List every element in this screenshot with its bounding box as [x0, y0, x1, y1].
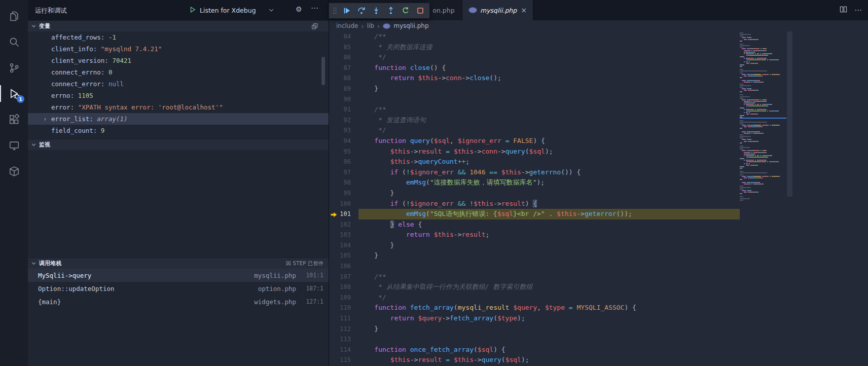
line-number-89[interactable]: 89	[329, 84, 358, 94]
more-actions-icon[interactable]: ⋯	[311, 4, 318, 13]
debug-toolbar	[329, 3, 430, 19]
code-line-106[interactable]: 106	[329, 261, 868, 272]
line-number-98[interactable]: 98	[329, 177, 358, 188]
line-number-85[interactable]: 85	[329, 42, 358, 53]
line-number-101[interactable]: 101	[329, 209, 358, 219]
twisty-spacer	[43, 43, 51, 55]
breadcrumb-include[interactable]: include	[336, 22, 358, 29]
line-number-108[interactable]: 108	[329, 282, 358, 292]
line-number-106[interactable]: 106	[329, 261, 358, 272]
line-number-88[interactable]: 88	[329, 73, 358, 84]
line-number-97[interactable]: 97	[329, 167, 358, 178]
variable-row-connect_error[interactable]: connect_error: null	[28, 78, 329, 90]
drag-handle-icon[interactable]	[332, 7, 338, 15]
step-out-button[interactable]	[384, 5, 397, 17]
line-number-102[interactable]: 102	[329, 219, 358, 230]
line-number-90[interactable]: 90	[329, 94, 358, 105]
activity-remote-explorer-icon[interactable]	[0, 132, 28, 158]
watch-section-header[interactable]: 监视	[28, 139, 329, 150]
activity-search-icon[interactable]	[0, 29, 28, 55]
line-number-113[interactable]: 113	[329, 334, 358, 345]
start-debugging-icon[interactable]	[189, 6, 196, 15]
activity-containers-icon[interactable]	[0, 158, 28, 184]
activity-explorer-icon[interactable]	[0, 3, 28, 29]
line-number-109[interactable]: 109	[329, 292, 358, 303]
variable-row-connect_errno[interactable]: connect_errno: 0	[28, 66, 329, 78]
line-number-110[interactable]: 110	[329, 303, 358, 313]
token-op: =	[446, 148, 450, 155]
debug-config-dropdown[interactable]: Listen for Xdebug	[189, 5, 274, 16]
split-editor-icon[interactable]	[840, 6, 847, 15]
gear-icon[interactable]: ⚙	[296, 5, 302, 13]
code-line-112[interactable]: 112 }	[329, 324, 868, 335]
code-editor[interactable]: 84 /**85 * 关闭数据库连接86 */87 function close…	[329, 31, 868, 366]
line-number-93[interactable]: 93	[329, 125, 358, 136]
line-number-99[interactable]: 99	[329, 188, 358, 199]
variables-section-header[interactable]: 变量	[28, 20, 329, 31]
line-number-87[interactable]: 87	[329, 63, 358, 74]
step-into-button[interactable]	[370, 5, 383, 17]
stop-button[interactable]	[414, 5, 427, 17]
variable-row-errno[interactable]: errno: 1105	[28, 90, 329, 101]
code-line-101[interactable]: 101 emMsg("SQL语句执行错误: {$sql}<br />" . $t…	[329, 209, 868, 219]
line-number-114[interactable]: 114	[329, 345, 358, 355]
line-number-107[interactable]: 107	[329, 272, 358, 282]
code-line-109[interactable]: 109 */	[329, 292, 868, 303]
line-number-103[interactable]: 103	[329, 230, 358, 240]
variable-row-affected_rows[interactable]: affected_rows: -1	[28, 31, 329, 43]
code-line-100[interactable]: 100 if (!$ignore_err && !$this->result) …	[329, 199, 868, 209]
code-line-114[interactable]: 114 function once_fetch_array($sql) {	[329, 345, 868, 355]
line-number-105[interactable]: 105	[329, 250, 358, 261]
minimap[interactable]	[740, 32, 786, 201]
collapse-all-icon[interactable]	[311, 23, 318, 31]
minimap-segment	[757, 39, 758, 40]
variables-scrollbar[interactable]	[321, 57, 325, 85]
variable-row-client_info[interactable]: client_info: "mysqlnd 7.4.21"	[28, 43, 329, 55]
continue-button[interactable]	[340, 5, 353, 17]
line-number-104[interactable]: 104	[329, 240, 358, 251]
variable-row-error[interactable]: error: "XPATH syntax error: 'root@localh…	[28, 101, 329, 113]
line-number-95[interactable]: 95	[329, 147, 358, 157]
variable-row-field_count[interactable]: field_count: 9	[28, 125, 329, 136]
code-line-102[interactable]: 102 } else {	[329, 219, 868, 230]
breadcrumb-lib[interactable]: lib	[367, 22, 374, 29]
line-number-115[interactable]: 115	[329, 355, 358, 365]
restart-button[interactable]	[399, 5, 412, 17]
code-line-103[interactable]: 103 return $this->result;	[329, 230, 868, 240]
activity-source-control-icon[interactable]	[0, 55, 28, 81]
code-line-111[interactable]: 111 return $query->fetch_array($type);	[329, 313, 868, 324]
variable-row-client_version[interactable]: client_version: 70421	[28, 55, 329, 66]
code-line-110[interactable]: 110 function fetch_array(mysqli_result $…	[329, 303, 868, 313]
expand-chevron-icon[interactable]: ›	[43, 113, 51, 125]
code-line-107[interactable]: 107 /**	[329, 272, 868, 282]
code-line-108[interactable]: 108 * 从结果集中取得一行作为关联数组/ 数字索引数组	[329, 282, 868, 292]
line-number-84[interactable]: 84	[329, 31, 358, 42]
tab-option-php[interactable]: on.php	[425, 0, 462, 20]
step-over-button[interactable]	[355, 5, 368, 17]
line-number-100[interactable]: 100	[329, 199, 358, 209]
activity-extensions-icon[interactable]	[0, 106, 28, 132]
breadcrumb-file[interactable]: mysqlii.php	[393, 22, 428, 29]
close-icon[interactable]: ×	[521, 6, 527, 14]
callstack-section-header[interactable]: 调用堆栈 因 STEP 已暂停	[28, 258, 329, 269]
tab-mysqlii-php[interactable]: mysqlii.php ×	[462, 0, 533, 20]
line-number-111[interactable]: 111	[329, 313, 358, 324]
activity-run-and-debug-icon[interactable]: 1	[0, 81, 28, 106]
callstack-frame[interactable]: {main}widgets.php127:1	[28, 295, 329, 308]
line-number-86[interactable]: 86	[329, 52, 358, 63]
code-line-115[interactable]: 115 $this->result = $this->query($sql);	[329, 355, 868, 365]
line-number-91[interactable]: 91	[329, 104, 358, 115]
variable-row-error_list[interactable]: ›error_list: array(1)	[28, 113, 329, 125]
callstack-frame[interactable]: Option::updateOptionoption.php187:1	[28, 282, 329, 295]
minimap-segment	[740, 101, 744, 102]
code-line-104[interactable]: 104 }	[329, 240, 868, 251]
line-number-96[interactable]: 96	[329, 157, 358, 167]
code-line-105[interactable]: 105 }	[329, 250, 868, 261]
code-line-113[interactable]: 113	[329, 334, 868, 345]
more-actions-icon[interactable]: ⋯	[854, 6, 862, 15]
line-number-94[interactable]: 94	[329, 136, 358, 147]
callstack-frame[interactable]: MySqlii->querymysqlii.php101:1	[28, 269, 329, 282]
editor-scrollbar[interactable]	[787, 31, 792, 197]
line-number-112[interactable]: 112	[329, 324, 358, 335]
line-number-92[interactable]: 92	[329, 115, 358, 126]
